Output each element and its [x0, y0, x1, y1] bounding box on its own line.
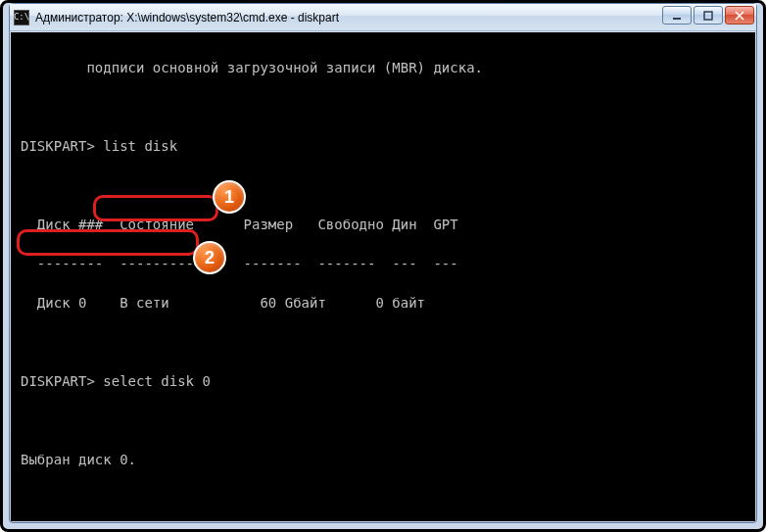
cmd-icon: C:\: [14, 10, 29, 25]
terminal-line: Выбран диск 0.: [21, 450, 745, 469]
maximize-button[interactable]: [694, 6, 723, 24]
terminal-line: [21, 411, 745, 430]
terminal-line: [21, 489, 745, 508]
outer-frame: C:\ Администратор: X:\windows\system32\c…: [0, 0, 766, 532]
terminal-line: подписи основной загрузочной записи (MBR…: [21, 58, 745, 77]
table-header: Диск ### Состояние Размер Свободно Дин G…: [21, 215, 745, 234]
titlebar[interactable]: C:\ Администратор: X:\windows\system32\c…: [10, 4, 756, 31]
terminal-line: [21, 97, 745, 117]
window-controls: [662, 6, 754, 24]
terminal-line: [21, 332, 745, 352]
minimize-button[interactable]: [662, 6, 692, 24]
minimize-icon: [672, 11, 682, 21]
table-row: Диск 0 В сети 60 Gбайт 0 байт: [21, 293, 745, 313]
svg-rect-0: [673, 18, 681, 20]
close-button[interactable]: [725, 6, 754, 24]
prompt-label: DISKPART>: [21, 373, 103, 389]
terminal-line: DISKPART> select disk 0: [21, 371, 745, 391]
terminal-area[interactable]: подписи основной загрузочной записи (MBR…: [11, 32, 755, 521]
cmd-window: C:\ Администратор: X:\windows\system32\c…: [9, 3, 757, 523]
table-rule: -------- ------------- ------- ------- -…: [21, 254, 745, 273]
svg-rect-1: [704, 12, 712, 20]
command-text: select disk 0: [103, 373, 211, 389]
terminal-line: [21, 175, 745, 195]
close-icon: [735, 11, 744, 21]
cmd-icon-glyph: C:\: [14, 13, 29, 22]
window-title: Администратор: X:\windows\system32\cmd.e…: [35, 11, 339, 24]
maximize-icon: [703, 11, 713, 21]
terminal-line: DISKPART> list disk: [21, 136, 745, 156]
